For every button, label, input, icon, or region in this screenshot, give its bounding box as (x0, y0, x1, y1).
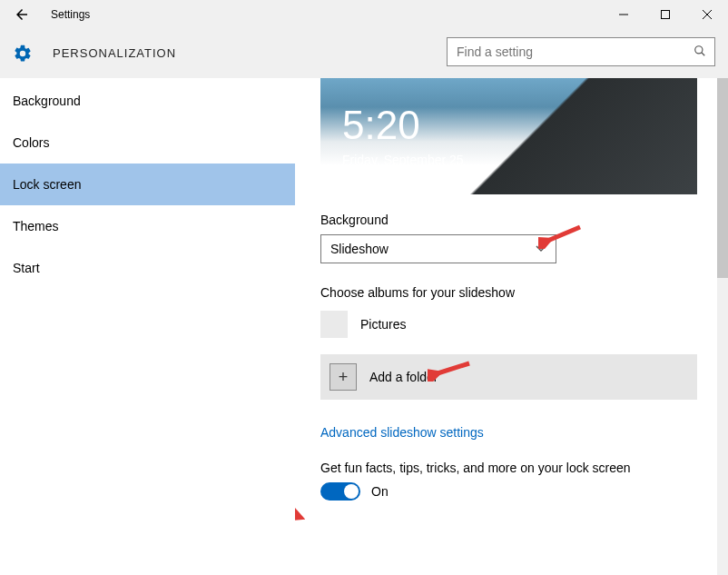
advanced-slideshow-link[interactable]: Advanced slideshow settings (320, 425, 484, 440)
category-title: PERSONALIZATION (53, 46, 176, 60)
background-dropdown-value: Slideshow (330, 242, 389, 256)
albums-label: Choose albums for your slideshow (320, 285, 697, 300)
sidebar-item-label: Background (13, 94, 81, 108)
close-button[interactable] (686, 0, 728, 29)
svg-line-8 (295, 500, 297, 516)
add-folder-button[interactable]: + Add a folder (320, 354, 697, 400)
chevron-down-icon (536, 243, 546, 255)
funfacts-label: Get fun facts, tips, tricks, and more on… (320, 461, 697, 475)
content-panel: 5:20 Friday, September 25 Background Sli… (295, 78, 717, 575)
sidebar-item-colors[interactable]: Colors (0, 122, 295, 164)
window-title: Settings (44, 8, 90, 21)
sidebar-item-background[interactable]: Background (0, 80, 295, 122)
lockscreen-preview-time: 5:20 (342, 105, 420, 145)
svg-line-5 (702, 52, 705, 55)
annotation-arrow (295, 496, 306, 523)
sidebar-item-label: Themes (13, 219, 59, 233)
maximize-icon (661, 10, 670, 19)
minimize-button[interactable] (603, 0, 644, 29)
sidebar-item-label: Start (13, 261, 40, 275)
minimize-icon (619, 10, 628, 19)
album-item[interactable]: Pictures (320, 309, 697, 340)
funfacts-toggle[interactable] (320, 482, 360, 501)
add-folder-label: Add a folder (369, 370, 438, 384)
plus-icon: + (330, 363, 357, 391)
search-icon (685, 45, 714, 60)
background-dropdown[interactable]: Slideshow (320, 234, 556, 263)
back-button[interactable] (0, 0, 44, 29)
gear-icon (13, 44, 33, 64)
sidebar-item-lock-screen[interactable]: Lock screen (0, 164, 295, 205)
window-controls (603, 0, 728, 29)
titlebar: Settings (0, 0, 728, 29)
sidebar: Background Colors Lock screen Themes Sta… (0, 78, 295, 575)
sidebar-item-start[interactable]: Start (0, 247, 295, 289)
search-input[interactable] (448, 45, 685, 59)
background-label: Background (320, 213, 697, 227)
scrollbar[interactable] (717, 78, 728, 575)
svg-rect-1 (662, 11, 670, 19)
arrow-left-icon (14, 6, 30, 23)
search-box[interactable] (447, 37, 715, 66)
lockscreen-preview: 5:20 Friday, September 25 (320, 78, 697, 194)
album-name: Pictures (360, 317, 407, 332)
lockscreen-preview-date: Friday, September 25 (342, 153, 464, 167)
svg-point-4 (695, 45, 703, 53)
maximize-button[interactable] (644, 0, 686, 29)
close-icon (703, 10, 712, 19)
sidebar-item-themes[interactable]: Themes (0, 205, 295, 247)
toggle-knob (344, 484, 359, 499)
header: PERSONALIZATION (0, 29, 728, 78)
sidebar-item-label: Colors (13, 135, 49, 150)
album-thumbnail (320, 311, 348, 338)
funfacts-toggle-state: On (371, 484, 389, 499)
scrollbar-thumb[interactable] (717, 78, 728, 278)
sidebar-item-label: Lock screen (13, 177, 81, 192)
